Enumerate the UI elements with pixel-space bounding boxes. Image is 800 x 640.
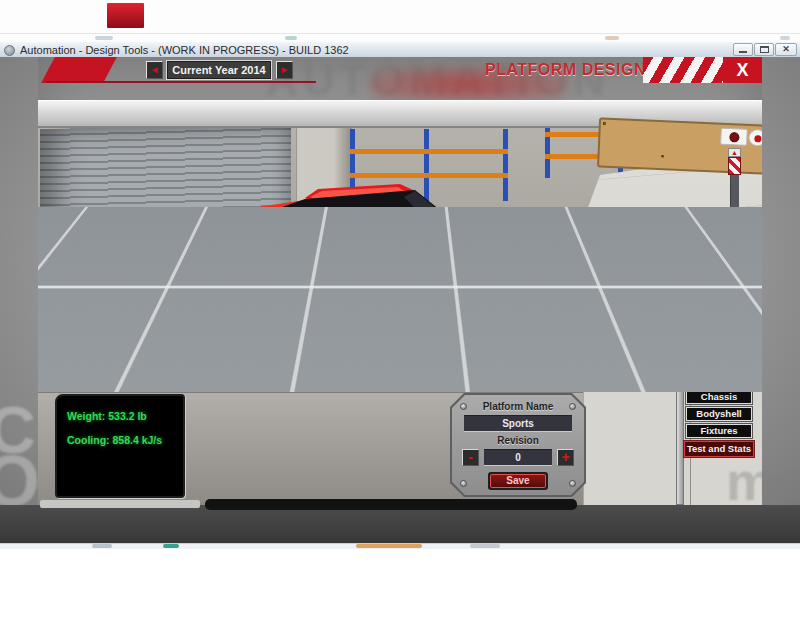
footer-blur — [470, 544, 500, 548]
scrollbar-track[interactable] — [730, 157, 739, 335]
platform-name-label: Platform Name — [450, 401, 586, 412]
next-year-button[interactable]: ► — [276, 61, 293, 79]
close-icon: ✕ — [776, 44, 796, 55]
dialog-title: Lua Error: — [263, 268, 312, 288]
minimize-icon — [739, 51, 747, 53]
dialog-body: ! Step() failed!: [string "--File: .\scr… — [260, 288, 540, 372]
weight-stat: Weight: 533.2 lb — [67, 410, 147, 422]
cooling-stat: Cooling: 858.4 kJ/s — [67, 434, 162, 446]
screw-icon — [460, 480, 467, 487]
current-year-label: Current Year 2014 — [166, 60, 272, 80]
revision-minus-button[interactable]: - — [462, 449, 479, 466]
scrollbar-up-arrow[interactable]: ▲ — [728, 148, 741, 157]
error-message-line2: .\scripts\shared\functional\SANDBOX..."]… — [309, 314, 617, 328]
eye-pupil-icon — [754, 135, 761, 142]
status-line1-left: Cooling - Fixtu — [175, 353, 256, 367]
maximize-icon — [760, 46, 769, 53]
color-swatch[interactable] — [604, 123, 606, 125]
exit-designer-button[interactable]: X — [723, 57, 762, 83]
save-button-frame: Save — [488, 472, 548, 490]
error-message-line1: Step() failed!: [string "--File: — [309, 301, 436, 315]
close-button[interactable]: ✕ — [775, 43, 797, 56]
color-palette-front-row — [661, 155, 761, 171]
revision-label: Revision — [450, 435, 586, 446]
bookmark-blur — [605, 36, 619, 40]
camera-lens-icon — [729, 132, 739, 142]
cancel-button[interactable]: Cancel — [495, 349, 545, 368]
bottom-light-bar — [40, 500, 200, 508]
footer-blur — [163, 544, 179, 548]
bottom-dark-band — [0, 505, 800, 543]
stats-readout: Weight: 533.2 lb Cooling: 858.4 kJ/s — [55, 394, 185, 498]
revision-plus-button[interactable]: + — [557, 449, 574, 466]
footer-blur — [92, 544, 112, 548]
rack-beam — [350, 149, 508, 154]
screen: Automation - Design Tools - (WORK IN PRO… — [0, 0, 800, 640]
status-line2-right: m - Rear: 275 mm — [548, 371, 649, 385]
save-button[interactable]: Save — [490, 474, 546, 488]
error-message-line3: 'family' (a nil value) — [309, 327, 398, 341]
bookmark-blur — [285, 36, 297, 40]
window-title: Automation - Design Tools - (WORK IN PRO… — [20, 42, 349, 58]
scrollbar-handle[interactable] — [728, 157, 741, 175]
banner-red-line — [46, 81, 316, 83]
bookmark-blur — [95, 36, 113, 40]
camera-icon[interactable] — [720, 128, 748, 146]
red-watermark-box — [107, 3, 144, 28]
discard-x-icon[interactable]: ✕ — [710, 335, 755, 363]
minimize-button[interactable] — [733, 43, 753, 56]
divider — [0, 33, 800, 34]
platform-name-input[interactable]: Sports — [464, 415, 572, 432]
retry-button[interactable]: Retry — [438, 349, 488, 368]
banner-stripes — [643, 57, 723, 83]
tab-test-and-stats[interactable]: Test and Stats — [684, 441, 754, 457]
lua-error-dialog: Lua Error: ✕ ! Step() failed!: [string "… — [255, 267, 545, 377]
banner-red-accent — [41, 57, 117, 83]
bookmark-blur — [780, 36, 790, 40]
revision-value: 0 — [484, 449, 552, 466]
nav-rail — [676, 373, 684, 505]
tab-chassis[interactable]: Chassis — [686, 390, 752, 404]
maximize-button[interactable] — [754, 43, 774, 56]
status-line1-right: m² - Total 0.648 m² — [543, 353, 648, 367]
eye-icon[interactable] — [748, 129, 762, 147]
color-swatch[interactable] — [661, 155, 663, 157]
bottom-black-bar — [205, 499, 577, 510]
screw-icon — [569, 480, 576, 487]
footer-blur — [356, 544, 422, 548]
previous-year-button[interactable]: ◄ — [146, 61, 163, 79]
page-bottom — [0, 549, 800, 640]
tab-bodyshell[interactable]: Bodyshell — [686, 407, 752, 421]
section-help-button[interactable]: Section Help — [656, 372, 752, 388]
tab-fixtures[interactable]: Fixtures — [686, 424, 752, 438]
status-line2-left: Eff. Area: Body — [169, 371, 252, 385]
platform-panel: Platform Name Sports Revision - 0 + Save — [450, 393, 586, 497]
page-title: PLATFORM DESIGN — [485, 61, 646, 79]
dialog-close-button[interactable]: ✕ — [508, 272, 539, 286]
dialog-button-row: Retry Cancel — [262, 344, 538, 370]
app-icon — [4, 45, 15, 56]
warning-exclamation: ! — [289, 313, 293, 328]
